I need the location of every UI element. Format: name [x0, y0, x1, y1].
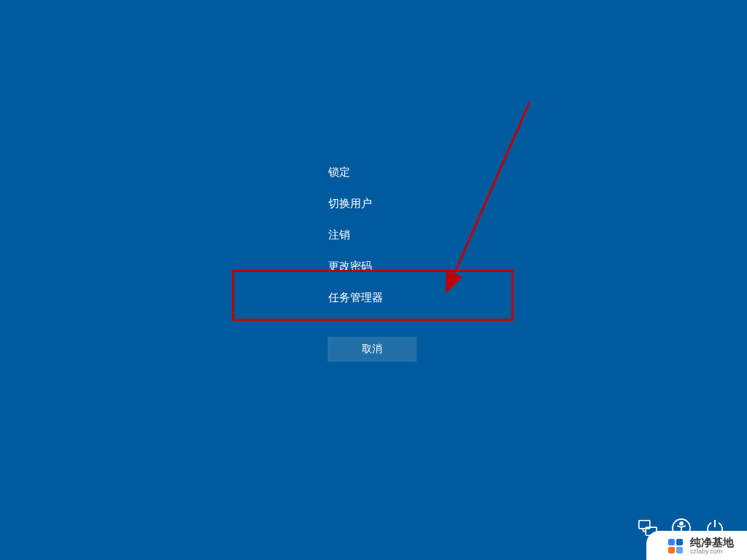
switch-user-option[interactable]: 切换用户	[328, 188, 383, 219]
svg-rect-10	[676, 539, 683, 545]
task-manager-option[interactable]: 任务管理器	[328, 282, 383, 314]
change-password-option[interactable]: 更改密码	[328, 251, 383, 282]
watermark: 纯净基地 czlaby.com	[646, 531, 747, 560]
svg-rect-9	[668, 539, 675, 545]
watermark-url: czlaby.com	[690, 548, 734, 556]
watermark-title: 纯净基地	[690, 537, 734, 549]
cancel-button[interactable]: 取消	[328, 338, 416, 361]
svg-rect-12	[676, 547, 683, 553]
sign-out-option[interactable]: 注销	[328, 219, 383, 251]
lock-option[interactable]: 锁定	[328, 157, 383, 188]
watermark-logo-icon	[667, 537, 684, 555]
security-options-menu: 锁定 切换用户 注销 更改密码 任务管理器	[328, 157, 383, 314]
svg-line-1	[446, 102, 530, 292]
svg-point-7	[680, 522, 683, 525]
svg-rect-11	[668, 547, 675, 553]
